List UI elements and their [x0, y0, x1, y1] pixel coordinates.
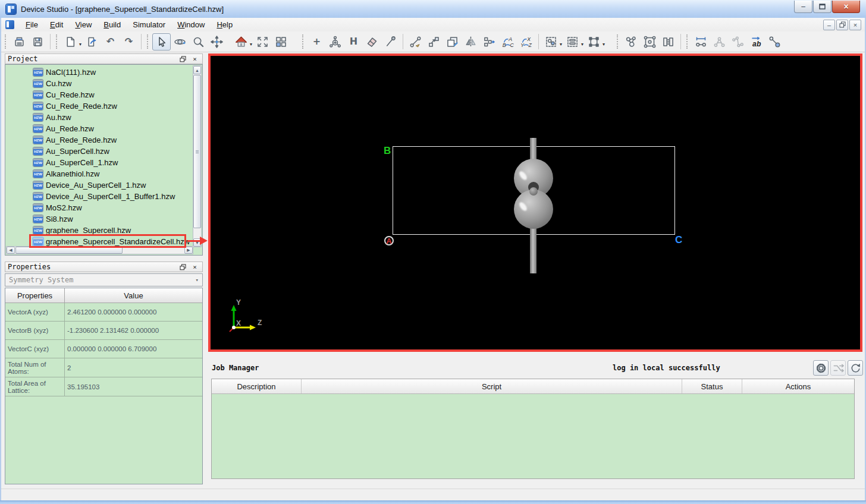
- bridging-atom: [529, 187, 538, 196]
- project-vscrollbar[interactable]: ▲ ▼: [193, 65, 202, 247]
- scroll-up-button[interactable]: ▲: [193, 66, 201, 74]
- select-atoms-button[interactable]: [542, 33, 560, 51]
- redo-button[interactable]: ↷: [120, 33, 138, 51]
- fit-view-button[interactable]: [253, 33, 272, 51]
- project-file-au-hzw[interactable]: Au.hzw: [33, 112, 71, 123]
- project-file-au-rede-rede-hzw[interactable]: Au_Rede_Rede.hzw: [33, 134, 117, 146]
- properties-panel-title: Properties: [8, 263, 51, 271]
- menu-file[interactable]: File: [20, 18, 44, 31]
- measure-angle-button[interactable]: [710, 33, 729, 51]
- hzw-file-icon: [33, 80, 43, 87]
- project-file-cu-hzw[interactable]: Cu.hzw: [33, 78, 71, 89]
- select-cell-button[interactable]: [585, 33, 603, 51]
- add-hydrogen-button[interactable]: H: [344, 33, 363, 51]
- project-file-nacl-111-hzw[interactable]: NaCl(111).hzw: [33, 67, 96, 78]
- duplicate-button[interactable]: [443, 33, 462, 51]
- menu-window[interactable]: Window: [171, 18, 211, 31]
- export-button[interactable]: [83, 33, 101, 51]
- column-header-value: Value: [65, 288, 202, 303]
- project-file-si8-hzw[interactable]: Si8.hzw: [33, 213, 73, 225]
- scroll-left-button[interactable]: ◀: [7, 247, 15, 254]
- convert-structure-button[interactable]: [480, 33, 498, 51]
- project-file-alkanethiol-hzw[interactable]: Alkanethiol.hzw: [33, 168, 99, 179]
- project-file-mos2-hzw[interactable]: MoS2.hzw: [33, 202, 82, 213]
- svg-text:C: C: [510, 42, 514, 48]
- select-molecules-button[interactable]: [563, 33, 582, 51]
- mdi-restore-button[interactable]: [836, 20, 848, 30]
- mirror-button[interactable]: [462, 33, 480, 51]
- window-minimize-button[interactable]: –: [794, 1, 812, 13]
- symmetry-system-dropdown[interactable]: Symmetry System ▾: [5, 273, 203, 286]
- rotate-view-button[interactable]: [171, 33, 189, 51]
- measure-dihedral-button[interactable]: [729, 33, 747, 51]
- svg-text:A: A: [508, 36, 512, 42]
- move-atom-button[interactable]: [425, 33, 443, 51]
- mdi-close-button[interactable]: ×: [849, 20, 861, 30]
- zoom-view-button[interactable]: [189, 33, 208, 51]
- window-close-button[interactable]: ×: [832, 1, 860, 13]
- add-atom-button[interactable]: +: [308, 33, 326, 51]
- hzw-file-icon: [33, 204, 43, 212]
- measure-distance-button[interactable]: [692, 33, 710, 51]
- menu-edit[interactable]: Edit: [44, 18, 69, 31]
- properties-close-button[interactable]: ×: [190, 262, 200, 272]
- hzw-file-icon: [33, 68, 43, 76]
- select-atoms-dropdown-arrow[interactable]: ▾: [560, 42, 562, 47]
- project-close-button[interactable]: ×: [190, 54, 200, 64]
- window-maximize-button[interactable]: [813, 1, 832, 13]
- bond-settings-button[interactable]: [765, 33, 784, 51]
- project-file-cu-rede-rede-hzw[interactable]: Cu_Rede_Rede.hzw: [33, 100, 117, 112]
- erase-button[interactable]: [363, 33, 381, 51]
- menu-simulator[interactable]: Simulator: [127, 18, 171, 31]
- vscroll-thumb[interactable]: [193, 75, 201, 228]
- project-file-device-au-supercell-1-hzw[interactable]: Device_Au_SuperCell_1.hzw: [33, 179, 146, 191]
- project-file-au-rede-hzw[interactable]: Au_Rede.hzw: [33, 123, 94, 134]
- open-project-button[interactable]: [10, 33, 29, 51]
- properties-float-button[interactable]: [178, 262, 188, 272]
- edit-bond-button[interactable]: [406, 33, 425, 51]
- project-tree[interactable]: NaCl(111).hzwCu.hzwCu_Rede.hzwCu_Rede_Re…: [5, 64, 203, 256]
- mdi-minimize-button[interactable]: –: [823, 20, 835, 30]
- hzw-file-icon: [33, 91, 43, 99]
- job-refresh-button[interactable]: [848, 360, 863, 376]
- hzw-file-icon: [33, 215, 43, 223]
- select-cell-dropdown-arrow[interactable]: ▾: [603, 42, 605, 47]
- job-settings-button[interactable]: [813, 360, 829, 376]
- file-name: Si8.hzw: [46, 215, 73, 223]
- build-supercell-button[interactable]: [641, 33, 659, 51]
- property-name: VectorC (xyz): [5, 340, 65, 358]
- structure-viewport-3d[interactable]: B C A Y X Z: [208, 53, 862, 352]
- project-file-au-supercell-1-hzw[interactable]: Au_SuperCell_1.hzw: [33, 157, 118, 168]
- menu-view[interactable]: View: [69, 18, 98, 31]
- new-file-button[interactable]: [61, 33, 80, 51]
- job-transfer-button[interactable]: [830, 360, 846, 376]
- project-file-au-supercell-hzw[interactable]: Au_SuperCell.hzw: [33, 146, 109, 157]
- menu-build[interactable]: Build: [98, 18, 127, 31]
- vector-ab-button[interactable]: ab: [747, 33, 765, 51]
- draw-bond-button[interactable]: [381, 33, 400, 51]
- project-float-button[interactable]: [178, 54, 188, 64]
- build-device-button[interactable]: [659, 33, 677, 51]
- select-cursor-button[interactable]: [152, 33, 171, 51]
- add-fragment-button[interactable]: [326, 33, 344, 51]
- swap-axes-xyz-button[interactable]: XYZ: [517, 33, 535, 51]
- home-view-button[interactable]: [232, 33, 250, 51]
- home-view-dropdown-arrow[interactable]: ▾: [250, 42, 252, 47]
- pan-view-button[interactable]: [208, 33, 226, 51]
- property-value: -1.230600 2.131462 0.000000: [65, 322, 202, 339]
- tile-windows-button[interactable]: [272, 33, 290, 51]
- panel-splitter[interactable]: [5, 257, 203, 260]
- build-molecule-button[interactable]: [622, 33, 641, 51]
- project-file-device-au-supercell-1-buffer1-hzw[interactable]: Device_Au_SuperCell_1_Buffer1.hzw: [33, 191, 175, 202]
- save-button[interactable]: [29, 33, 47, 51]
- undo-button[interactable]: ↶: [101, 33, 120, 51]
- app-logo-icon: [6, 4, 16, 14]
- new-file-dropdown-arrow[interactable]: ▾: [79, 42, 81, 47]
- file-name: Cu.hzw: [46, 79, 71, 88]
- property-value: 2: [65, 358, 202, 377]
- select-molecules-dropdown-arrow[interactable]: ▾: [581, 42, 583, 47]
- job-table: DescriptionScriptStatusActions: [211, 379, 855, 479]
- swap-axes-abc-button[interactable]: ABC: [498, 33, 517, 51]
- menu-help[interactable]: Help: [211, 18, 239, 31]
- project-file-cu-rede-hzw[interactable]: Cu_Rede.hzw: [33, 89, 95, 100]
